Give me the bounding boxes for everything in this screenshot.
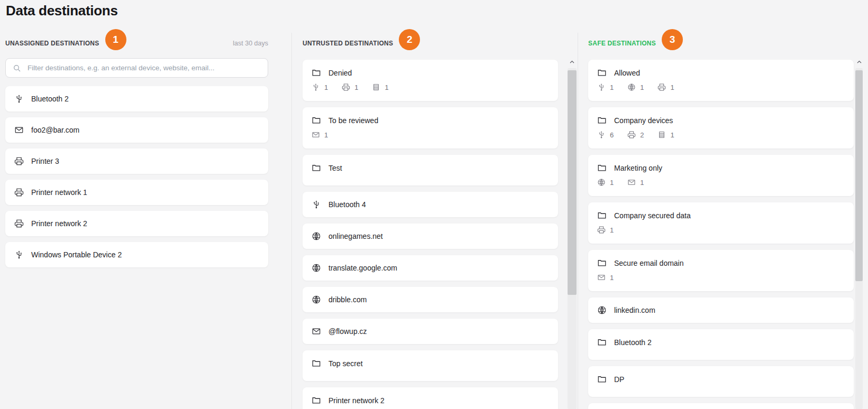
item-title-row: Test bbox=[312, 163, 549, 173]
list-item[interactable]: Printer network 2 bbox=[5, 211, 268, 236]
list-item[interactable]: linkedin.com bbox=[588, 298, 854, 323]
count-value: 1 bbox=[385, 83, 388, 91]
usb-count: 6 bbox=[597, 131, 614, 139]
column-title-safe: SAFE DESTINATIONS bbox=[588, 40, 656, 47]
printer-icon bbox=[657, 83, 666, 91]
email-icon bbox=[312, 327, 321, 336]
folder-icon bbox=[597, 375, 607, 384]
item-counts-row: 1 bbox=[312, 131, 549, 139]
list-item[interactable]: Marketing only11 bbox=[588, 155, 854, 196]
item-title-row: DP bbox=[597, 375, 845, 384]
item-label: DP bbox=[614, 375, 624, 384]
item-label: Printer network 2 bbox=[328, 396, 385, 405]
item-label: Printer network 2 bbox=[31, 219, 87, 228]
email-count: 1 bbox=[627, 178, 644, 187]
item-counts-row: 111 bbox=[312, 83, 549, 91]
unassigned-list: Bluetooth 2foo2@bar.comPrinter 3Printer … bbox=[5, 86, 268, 267]
list-item[interactable]: Printer 3 bbox=[5, 148, 268, 174]
item-title-row: Allowed bbox=[597, 68, 845, 78]
item-title-row: Printer network 1 bbox=[14, 188, 87, 197]
list-item[interactable]: Test bbox=[303, 155, 558, 185]
scrollbar-thumb[interactable] bbox=[855, 70, 863, 281]
safe-scrollbar[interactable] bbox=[855, 55, 863, 409]
item-title-row: Secure email domain bbox=[597, 258, 845, 268]
email-count: 1 bbox=[597, 273, 614, 282]
list-item[interactable]: Denied111 bbox=[303, 60, 558, 101]
filter-input[interactable] bbox=[26, 63, 261, 72]
count-value: 1 bbox=[610, 179, 614, 187]
scrollbar-thumb[interactable] bbox=[568, 70, 577, 295]
list-item-partial bbox=[588, 403, 854, 409]
item-counts-row: 11 bbox=[597, 178, 845, 187]
chevron-up-icon[interactable] bbox=[568, 55, 577, 68]
globe-count: 1 bbox=[597, 178, 614, 187]
item-label: Denied bbox=[328, 69, 352, 77]
count-value: 1 bbox=[610, 83, 614, 91]
count-value: 1 bbox=[670, 83, 674, 91]
list-item[interactable]: To be reviewed1 bbox=[303, 107, 558, 148]
list-item[interactable]: Printer network 1 bbox=[5, 180, 268, 205]
item-title-row: Bluetooth 2 bbox=[597, 338, 845, 347]
printer-icon bbox=[14, 219, 24, 228]
usb-icon bbox=[14, 250, 24, 259]
usb-icon bbox=[597, 131, 606, 139]
step-badge-2: 2 bbox=[399, 29, 420, 50]
item-label: dribble.com bbox=[328, 295, 367, 304]
count-value: 6 bbox=[610, 131, 614, 139]
item-title-row: Top secret bbox=[312, 359, 549, 368]
column-unassigned: UNASSIGNED DESTINATIONS 1 last 30 days B… bbox=[5, 0, 268, 267]
item-title-row: translate.google.com bbox=[312, 263, 397, 273]
list-item[interactable]: @flowup.cz bbox=[303, 319, 558, 344]
usb-icon bbox=[14, 94, 24, 104]
folder-icon bbox=[597, 338, 607, 347]
count-value: 1 bbox=[354, 83, 358, 91]
folder-icon bbox=[597, 211, 607, 220]
list-item[interactable]: Company secured data1 bbox=[588, 202, 854, 244]
printer-count: 2 bbox=[627, 131, 644, 139]
item-label: Printer network 1 bbox=[31, 188, 87, 197]
untrusted-scrollbar[interactable] bbox=[568, 55, 577, 409]
column-divider bbox=[578, 33, 578, 409]
list-item[interactable]: Bluetooth 2 bbox=[588, 329, 854, 360]
usb-icon bbox=[312, 83, 320, 91]
item-label: Bluetooth 4 bbox=[328, 200, 366, 209]
item-label: Windows Portable Device 2 bbox=[31, 250, 122, 259]
item-label: To be reviewed bbox=[328, 116, 378, 125]
item-title-row: Company devices bbox=[597, 116, 845, 125]
storage-count: 1 bbox=[372, 83, 388, 91]
item-label: Company devices bbox=[614, 116, 673, 125]
count-value: 1 bbox=[610, 226, 614, 234]
count-value: 1 bbox=[640, 83, 644, 91]
list-item[interactable]: Bluetooth 2 bbox=[5, 86, 268, 111]
column-header-untrusted: UNTRUSTED DESTINATIONS 2 bbox=[303, 29, 558, 51]
globe-icon bbox=[312, 231, 321, 241]
list-item[interactable]: foo2@bar.com bbox=[5, 117, 268, 143]
list-item[interactable]: Secure email domain1 bbox=[588, 250, 854, 291]
list-item[interactable]: onlinegames.net bbox=[303, 224, 558, 249]
list-item[interactable]: Bluetooth 4 bbox=[303, 192, 558, 217]
destination-filter[interactable] bbox=[5, 58, 268, 78]
chevron-up-icon[interactable] bbox=[855, 55, 863, 68]
usb-icon bbox=[312, 200, 321, 209]
globe-icon bbox=[627, 83, 636, 91]
list-item[interactable]: translate.google.com bbox=[303, 255, 558, 281]
email-icon bbox=[312, 131, 320, 139]
list-item[interactable]: Windows Portable Device 2 bbox=[5, 242, 268, 267]
list-item[interactable]: Printer network 2 bbox=[303, 387, 558, 409]
usb-icon bbox=[597, 83, 606, 91]
list-item[interactable]: Top secret bbox=[303, 350, 558, 381]
count-value: 1 bbox=[324, 131, 328, 139]
folder-icon bbox=[597, 258, 607, 268]
list-item[interactable]: dribble.com bbox=[303, 287, 558, 312]
printer-icon bbox=[342, 83, 350, 91]
list-item[interactable]: Company devices621 bbox=[588, 107, 854, 148]
item-title-row: Denied bbox=[312, 68, 549, 78]
count-value: 1 bbox=[670, 131, 674, 139]
printer-count: 1 bbox=[342, 83, 358, 91]
list-item[interactable]: DP bbox=[588, 366, 854, 397]
item-label: Bluetooth 2 bbox=[31, 95, 69, 103]
email-icon bbox=[597, 273, 606, 282]
storage-icon bbox=[372, 83, 380, 91]
list-item[interactable]: Allowed111 bbox=[588, 60, 854, 101]
item-title-row: Company secured data bbox=[597, 211, 845, 220]
